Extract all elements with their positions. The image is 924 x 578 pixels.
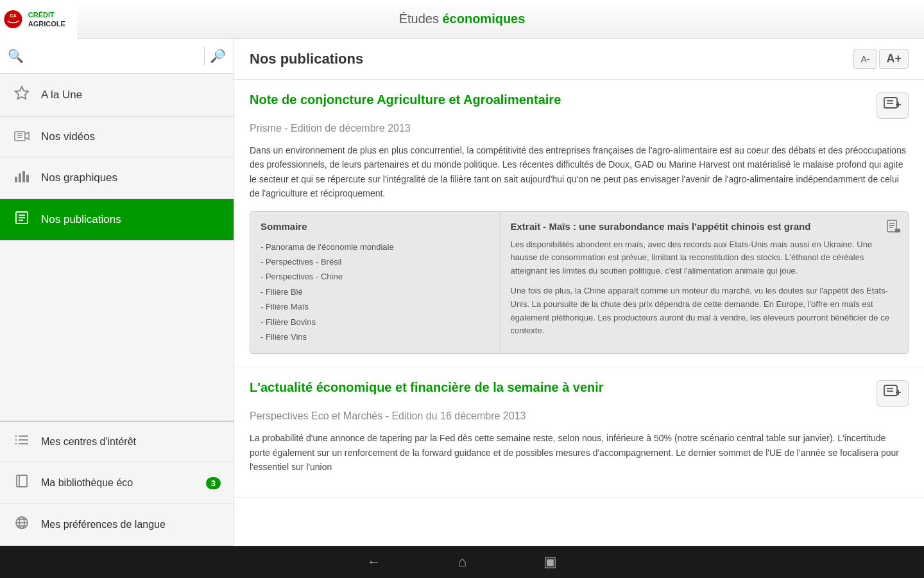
sidebar-item-mes-preferences[interactable]: Mes préférences de langue bbox=[0, 504, 234, 546]
font-decrease-button[interactable]: A- bbox=[853, 49, 877, 69]
svg-text:PDF: PDF bbox=[896, 229, 901, 232]
book-icon bbox=[13, 474, 31, 492]
svg-rect-39 bbox=[884, 385, 897, 396]
publication-item-1: Note de conjoncture Agriculture et Agroa… bbox=[234, 80, 924, 367]
sidebar-item-nos-graphiques[interactable]: Nos graphiques bbox=[0, 157, 234, 199]
recents-button[interactable]: ▣ bbox=[543, 554, 557, 570]
pub1-extrait-title: Extrait - Maïs : une surabondance mais l… bbox=[511, 221, 898, 232]
sidebar-item-a-la-une[interactable]: A la Une bbox=[0, 74, 234, 117]
pub2-description: La probabilité d'une annonce de tapering… bbox=[250, 431, 909, 474]
svg-marker-2 bbox=[15, 87, 28, 99]
nav-bottom: Mes centres d'intérêt Ma bibliothèque éc… bbox=[0, 421, 234, 546]
svg-point-0 bbox=[4, 10, 22, 28]
advanced-search-icon[interactable]: 🔎 bbox=[210, 48, 226, 64]
sidebar: 🔍 🔎 A la Une bbox=[0, 39, 234, 546]
credit-agricole-logo: CA CRÉDIT AGRICOLE bbox=[3, 5, 74, 33]
sidebar-item-ma-bibliotheque[interactable]: Ma bibliothèque éco 3 bbox=[0, 462, 234, 504]
sidebar-label-ma-bibliotheque: Ma bibliothèque éco bbox=[41, 477, 133, 489]
svg-rect-8 bbox=[19, 173, 21, 182]
sidebar-item-nos-videos[interactable]: Nos vidéos bbox=[0, 117, 234, 157]
sidebar-label-mes-centres: Mes centres d'intérêt bbox=[41, 436, 136, 448]
pub1-add-button[interactable] bbox=[877, 92, 909, 119]
search-bar: 🔍 🔎 bbox=[0, 39, 234, 74]
bottom-bar: ← ⌂ ▣ bbox=[0, 546, 924, 578]
sidebar-label-nos-graphiques: Nos graphiques bbox=[41, 171, 117, 184]
sidebar-label-nos-publications: Nos publications bbox=[41, 213, 121, 226]
font-increase-button[interactable]: A+ bbox=[879, 49, 909, 69]
pub1-sommaire-list: - Panorama de l'économie mondiale - Pers… bbox=[261, 240, 490, 345]
font-size-controls: A- A+ bbox=[853, 49, 909, 69]
pub1-description: Dans un environnement de plus en plus co… bbox=[250, 143, 909, 201]
video-icon bbox=[13, 128, 31, 145]
pub1-title-row: Note de conjoncture Agriculture et Agroa… bbox=[250, 92, 909, 119]
content-area: Nos publications A- A+ Note de conjonctu… bbox=[234, 39, 924, 546]
publications-icon bbox=[13, 211, 31, 229]
pub1-extrait-text2: Une fois de plus, la Chine apparaît comm… bbox=[511, 285, 898, 338]
star-icon bbox=[13, 85, 31, 105]
logo-area: CA CRÉDIT AGRICOLE bbox=[0, 0, 77, 39]
logo-text: CRÉDIT AGRICOLE bbox=[28, 10, 74, 29]
home-button[interactable]: ⌂ bbox=[458, 554, 466, 570]
pub1-extrait-box: Extrait - Maïs : une surabondance mais l… bbox=[501, 212, 909, 354]
pub1-subtitle: Prisme - Edition de décembre 2013 bbox=[250, 123, 909, 134]
list-icon bbox=[13, 434, 31, 450]
main-layout: 🔍 🔎 A la Une bbox=[0, 39, 924, 546]
back-button[interactable]: ← bbox=[367, 554, 381, 570]
pub2-title[interactable]: L'actualité économique et financière de … bbox=[250, 380, 869, 395]
sidebar-item-mes-centres[interactable]: Mes centres d'intérêt bbox=[0, 422, 234, 462]
pub2-title-row: L'actualité économique et financière de … bbox=[250, 380, 909, 407]
svg-rect-21 bbox=[17, 475, 27, 487]
sidebar-label-nos-videos: Nos vidéos bbox=[41, 130, 95, 143]
sidebar-item-nos-publications[interactable]: Nos publications bbox=[0, 199, 234, 241]
pub1-sommaire-box: Sommaire - Panorama de l'économie mondia… bbox=[250, 212, 501, 354]
logo-icon: CA bbox=[3, 5, 23, 33]
pub1-extrait-text1: Les disponibilités abondent en maïs, ave… bbox=[511, 238, 898, 278]
svg-rect-9 bbox=[22, 171, 25, 182]
search-input-area: 🔍 bbox=[8, 48, 199, 64]
chart-icon bbox=[13, 169, 31, 187]
globe-icon bbox=[13, 516, 31, 534]
pub1-boxes: Sommaire - Panorama de l'économie mondia… bbox=[250, 211, 909, 355]
pdf-icon[interactable]: PDF bbox=[886, 220, 900, 237]
search-divider bbox=[204, 46, 205, 66]
search-icon[interactable]: 🔍 bbox=[8, 48, 24, 64]
top-header: CA CRÉDIT AGRICOLE Études économiques bbox=[0, 0, 924, 39]
header-title: Études économiques bbox=[399, 12, 526, 26]
svg-rect-33 bbox=[887, 220, 896, 232]
svg-rect-10 bbox=[26, 175, 29, 182]
nav-items: A la Une Nos vidéos bbox=[0, 74, 234, 421]
content-title: Nos publications bbox=[250, 51, 363, 67]
svg-rect-28 bbox=[884, 98, 897, 108]
pub1-sommaire-title: Sommaire bbox=[261, 221, 490, 232]
svg-rect-7 bbox=[15, 177, 17, 182]
bibliotheque-badge: 3 bbox=[206, 477, 221, 489]
pub2-subtitle: Perspectives Eco et Marchés - Edition du… bbox=[250, 410, 909, 422]
publication-item-2: L'actualité économique et financière de … bbox=[234, 367, 924, 498]
svg-rect-3 bbox=[15, 132, 25, 141]
pub2-add-button[interactable] bbox=[877, 380, 909, 407]
pub1-title[interactable]: Note de conjoncture Agriculture et Agroa… bbox=[250, 92, 869, 107]
sidebar-label-mes-preferences: Mes préférences de langue bbox=[41, 519, 166, 530]
svg-text:CA: CA bbox=[10, 13, 16, 18]
sidebar-label-a-la-une: A la Une bbox=[41, 89, 82, 101]
content-header: Nos publications A- A+ bbox=[234, 39, 924, 80]
